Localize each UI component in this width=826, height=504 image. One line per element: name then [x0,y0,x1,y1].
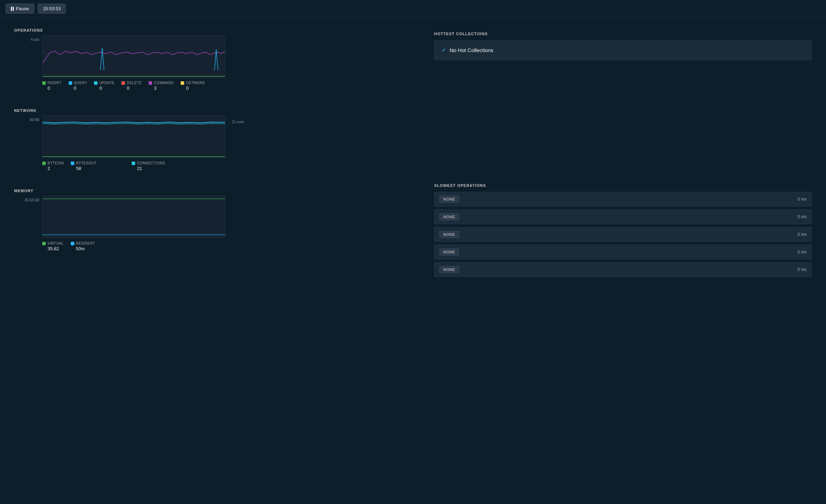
main-content: OPERATIONS 4 ops [0,18,826,288]
operations-title: OPERATIONS [14,28,413,32]
pause-label: Pause [16,6,29,11]
toolbar: Pause 15:53:53 [0,0,826,18]
network-right-label: 21 conn [232,120,244,124]
hottest-collections-title: HOTTEST COLLECTIONS [434,32,812,36]
none-badge-1[interactable]: NONE [439,196,459,203]
slow-op-row-5: NONE 0 ms [434,262,812,277]
hottest-collections-section: HOTTEST COLLECTIONS ✓ No Hot Collections [434,32,812,60]
check-icon: ✓ [442,47,446,53]
memory-y-label: 35.63 GB [25,198,39,202]
pause-button[interactable]: Pause [6,4,34,14]
slow-op-ms-4: 0 ms [797,250,807,254]
slow-op-row-2: NONE 0 ms [434,209,812,224]
memory-section: MEMORY 35.63 GB [14,189,413,251]
legend-command: COMMAND 3 [149,81,174,91]
legend-bytesin: BYTESIN 2 [42,161,64,171]
slow-op-ms-5: 0 ms [797,267,807,272]
left-panel: OPERATIONS 4 ops [14,28,413,277]
slow-op-ms-3: 0 ms [797,232,807,237]
network-legend: BYTESIN 2 BYTESOUT 58 CONNECTIONS [42,161,413,171]
clock-time: 15:53:53 [43,6,61,11]
svg-rect-0 [43,36,225,77]
memory-legend: VIRTUAL 35.62 RESIDENT 50m [42,241,413,251]
none-badge-5[interactable]: NONE [439,266,459,273]
legend-getmore: GETMORE 0 [181,81,205,91]
slow-op-row-3: NONE 0 ms [434,227,812,242]
legend-delete: DELETE 0 [121,81,142,91]
none-badge-3[interactable]: NONE [439,231,459,238]
memory-title: MEMORY [14,189,413,193]
hot-collections-box: ✓ No Hot Collections [434,40,812,60]
network-chart: 21 conn [42,115,225,158]
legend-update: UPDATE 0 [94,81,114,91]
slow-op-row-1: NONE 0 ms [434,192,812,207]
operations-section: OPERATIONS 4 ops [14,28,413,91]
slowest-operations-section: SLOWEST OPERATIONS NONE 0 ms NONE 0 ms N… [434,183,812,277]
network-section: NETWORK 60 KB 21 conn [14,108,413,171]
network-y-label: 60 KB [30,118,39,122]
operations-legend: INSERT 0 QUERY 0 UPDATE 0 [42,81,413,91]
legend-insert: INSERT 0 [42,81,62,91]
slowest-ops-list: NONE 0 ms NONE 0 ms NONE 0 ms NONE 0 ms … [434,192,812,277]
legend-query: QUERY 0 [69,81,87,91]
pause-icon [11,7,14,11]
slow-op-ms-2: 0 ms [797,214,807,219]
legend-connections: CONNECTIONS 21 [132,161,165,171]
ops-y-label: 4 ops [31,38,39,42]
network-title: NETWORK [14,108,413,113]
none-badge-4[interactable]: NONE [439,248,459,256]
memory-chart [42,196,225,238]
legend-virtual: VIRTUAL 35.62 [42,241,64,251]
slow-op-ms-1: 0 ms [797,197,807,202]
legend-resident: RESIDENT 50m [71,241,95,251]
slow-op-row-4: NONE 0 ms [434,245,812,259]
no-hot-collections-text: No Hot Collections [450,47,493,53]
slowest-operations-title: SLOWEST OPERATIONS [434,183,812,188]
legend-bytesout: BYTESOUT 58 [71,161,96,171]
svg-rect-4 [43,196,225,238]
none-badge-2[interactable]: NONE [439,213,459,220]
time-display: 15:53:53 [38,4,66,14]
right-panel: HOTTEST COLLECTIONS ✓ No Hot Collections… [413,28,812,277]
operations-chart [42,35,225,77]
